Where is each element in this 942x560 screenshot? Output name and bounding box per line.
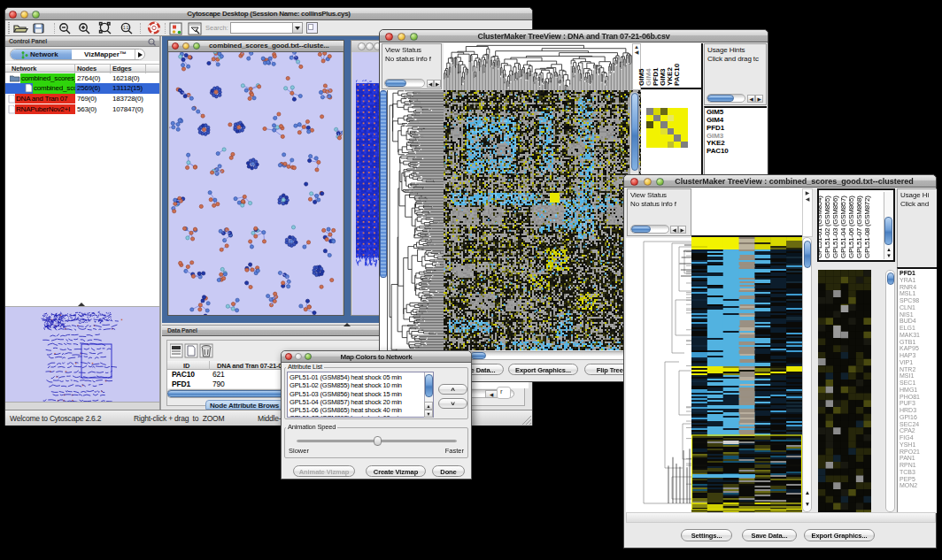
svg-text:1:1: 1:1 (123, 26, 129, 30)
